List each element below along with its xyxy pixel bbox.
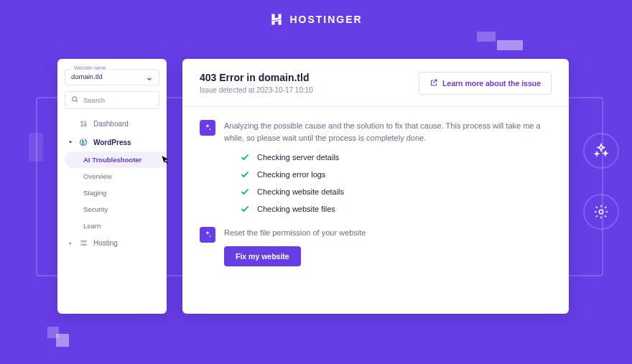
issue-title: 403 Error in domain.tld <box>200 72 313 83</box>
check-item: Checking website files <box>240 204 552 214</box>
svg-rect-5 <box>80 124 83 127</box>
ai-sparkle-icon <box>200 227 215 243</box>
issue-detected-at: Issue detected at 2023-10-17 10:10 <box>200 86 313 94</box>
check-item: Checking server details <box>240 152 552 162</box>
hostinger-logo-icon <box>269 12 284 27</box>
chevron-down-icon <box>146 75 153 84</box>
bg-sq <box>56 334 69 347</box>
issue-title-block: 403 Error in domain.tld Issue detected a… <box>200 72 313 94</box>
learn-more-label: Learn more about the issue <box>442 79 541 88</box>
ai-sparkle-icon <box>200 120 215 136</box>
issue-panel: 403 Error in domain.tld Issue detected a… <box>182 59 569 314</box>
svg-point-10 <box>81 244 82 245</box>
caret-right-icon <box>68 241 73 246</box>
nav-dashboard[interactable]: Dashboard <box>57 115 167 133</box>
analysis-intro-row: Analyzing the possible cause and the sol… <box>200 120 552 144</box>
check-label: Checking website details <box>257 187 344 196</box>
learn-more-button[interactable]: Learn more about the issue <box>419 72 552 95</box>
nav-label: AI Troubleshooter <box>83 156 141 164</box>
check-label: Checking website files <box>257 205 335 213</box>
search-placeholder: Search <box>83 96 105 104</box>
wordpress-submenu: AI Troubleshooter Overview Staging Secur… <box>57 151 167 234</box>
nav-label: Dashboard <box>93 120 129 128</box>
check-icon <box>240 187 250 197</box>
website-selector[interactable]: Website name domain.tld <box>65 69 159 85</box>
website-selector-label: Website name <box>71 65 109 70</box>
svg-rect-7 <box>80 241 86 243</box>
check-item: Checking error logs <box>240 169 552 179</box>
hosting-icon <box>79 239 88 247</box>
search-icon <box>71 95 79 105</box>
check-label: Checking error logs <box>257 170 325 179</box>
svg-point-1 <box>73 97 77 101</box>
brand-name: HOSTINGER <box>289 14 362 25</box>
bg-chip-left <box>29 133 43 162</box>
check-item: Checking website details <box>240 187 552 197</box>
workspace: Website name domain.tld Search Dashboard <box>57 59 569 314</box>
check-label: Checking server details <box>257 153 339 162</box>
check-icon <box>240 169 250 179</box>
brand-header: HOSTINGER <box>0 9 632 30</box>
nav-hosting[interactable]: Hosting <box>57 234 167 252</box>
check-list: Checking server details Checking error l… <box>240 152 552 214</box>
wordpress-icon <box>79 138 88 146</box>
analysis-intro-text: Analyzing the possible cause and the sol… <box>224 120 552 144</box>
sidebar-nav: Dashboard WordPress AI Troubleshooter <box>57 115 167 252</box>
nav-ai-troubleshooter[interactable]: AI Troubleshooter <box>65 151 167 168</box>
fix-block: Reset the file permission of your websit… <box>224 227 366 266</box>
sidebar: Website name domain.tld Search Dashboard <box>57 59 167 314</box>
website-selector-value: domain.tld <box>71 73 153 80</box>
svg-point-0 <box>599 210 603 214</box>
svg-point-9 <box>81 241 82 242</box>
issue-header: 403 Error in domain.tld Issue detected a… <box>182 59 569 107</box>
svg-rect-8 <box>80 243 86 246</box>
cursor-icon <box>159 154 171 167</box>
fix-button-label: Fix my website <box>236 252 289 261</box>
svg-rect-4 <box>83 123 86 127</box>
svg-rect-2 <box>80 121 83 123</box>
check-icon <box>240 204 250 214</box>
nav-label: Overview <box>83 172 112 180</box>
svg-rect-3 <box>83 121 86 122</box>
bg-ai-circle <box>583 133 619 169</box>
caret-down-icon <box>68 139 73 145</box>
external-link-icon <box>429 78 438 88</box>
nav-security[interactable]: Security <box>57 201 167 218</box>
nav-label: Security <box>83 205 108 213</box>
nav-learn[interactable]: Learn <box>57 218 167 234</box>
nav-label: Hosting <box>93 239 118 247</box>
nav-label: Learn <box>83 222 101 230</box>
fix-my-website-button[interactable]: Fix my website <box>224 246 301 266</box>
check-icon <box>240 152 250 162</box>
issue-body: Analyzing the possible cause and the sol… <box>182 107 569 289</box>
fix-intro-text: Reset the file permission of your websit… <box>224 227 366 239</box>
nav-wordpress[interactable]: WordPress <box>57 133 167 151</box>
bg-gear-circle <box>583 194 619 230</box>
fix-row: Reset the file permission of your websit… <box>200 227 552 266</box>
bg-sq <box>497 40 523 50</box>
bg-sq <box>477 32 496 42</box>
search-input[interactable]: Search <box>65 91 159 109</box>
nav-staging[interactable]: Staging <box>57 185 167 201</box>
dashboard-icon <box>79 120 88 128</box>
nav-label: WordPress <box>93 139 131 146</box>
nav-overview[interactable]: Overview <box>57 168 167 185</box>
nav-label: Staging <box>83 189 106 197</box>
